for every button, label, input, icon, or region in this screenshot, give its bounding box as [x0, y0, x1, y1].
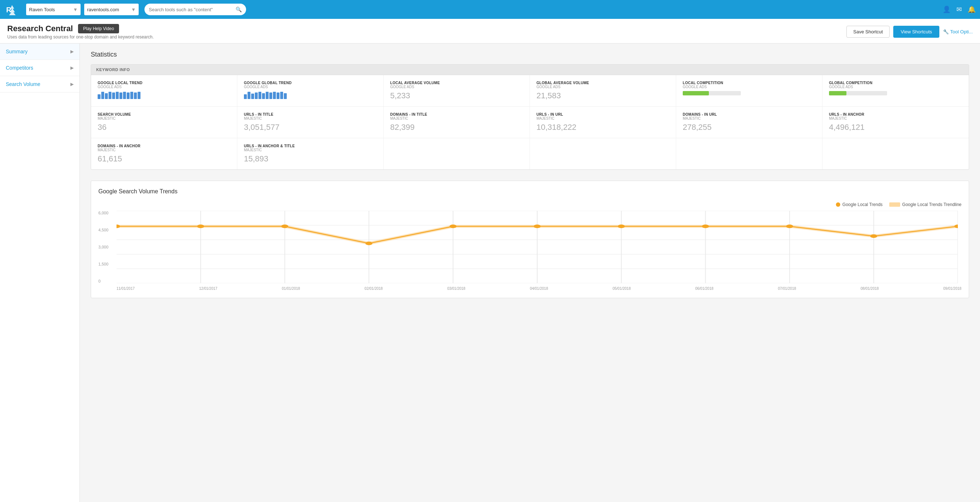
- sidebar-item-competitors[interactable]: Competitors ▶: [0, 60, 80, 76]
- stat-value: 3,051,577: [244, 122, 377, 132]
- data-point: [702, 224, 709, 228]
- trend-bar: [130, 92, 133, 99]
- trend-bar: [269, 92, 272, 99]
- trend-bar: [262, 93, 265, 99]
- nav-icons-group: 👤 ✉ 🔔: [943, 5, 976, 13]
- stat-label: LOCAL AVERAGE VOLUME: [390, 81, 523, 85]
- sidebar-item-search-volume[interactable]: Search Volume ▶: [0, 76, 80, 92]
- stat-source: GOOGLE ADS: [683, 85, 816, 89]
- user-icon[interactable]: 👤: [943, 5, 951, 13]
- trend-bar: [258, 92, 261, 99]
- sidebar-item-summary[interactable]: Summary ▶: [0, 43, 80, 60]
- data-point: [618, 224, 625, 228]
- stat-cell-urls-in-title: URLS - IN TITLE MAJESTIC 3,051,577: [237, 106, 383, 138]
- legend-line-icon: [889, 202, 900, 207]
- view-shortcuts-button[interactable]: View Shortcuts: [893, 26, 939, 38]
- stat-source: GOOGLE ADS: [829, 85, 962, 89]
- x-label: 02/01/2018: [364, 286, 383, 291]
- data-point: [450, 224, 457, 228]
- trend-bar: [248, 92, 250, 99]
- trend-bar: [134, 92, 137, 99]
- tool-selector-dropdown[interactable]: Raven Tools ▼: [26, 4, 81, 15]
- y-label: 4,500: [99, 228, 115, 232]
- x-label: 09/01/2018: [943, 286, 961, 291]
- keyword-info-header: KEYWORD INFO: [91, 65, 969, 75]
- stats-row-3: DOMAINS - IN ANCHOR MAJESTIC 61,615 URLS…: [91, 138, 969, 169]
- x-label: 05/01/2018: [612, 286, 631, 291]
- stats-row-2: SEARCH VOLUME MAJESTIC 36 URLS - IN TITL…: [91, 106, 969, 138]
- sidebar-item-label: Summary: [6, 49, 28, 54]
- top-navigation: R Raven Tools ▼ raventools.com ▼ 🔍 👤 ✉ 🔔: [0, 0, 980, 19]
- stat-source: MAJESTIC: [683, 116, 816, 121]
- sidebar-item-label: Competitors: [6, 65, 33, 71]
- stat-cell-empty-3: [676, 138, 822, 169]
- global-search-box[interactable]: 🔍: [145, 4, 246, 15]
- trend-bar: [280, 92, 283, 99]
- sidebar: Summary ▶ Competitors ▶ Search Volume ▶: [0, 43, 80, 502]
- page-title-row: Research Central Play Help Video: [7, 24, 846, 33]
- x-label: 06/01/2018: [695, 286, 713, 291]
- stat-cell-domains-in-url: DOMAINS - IN URL MAJESTIC 278,255: [676, 106, 822, 138]
- trend-bars-global: [244, 91, 377, 99]
- trend-bar: [277, 92, 280, 99]
- envelope-icon[interactable]: ✉: [956, 5, 962, 13]
- domain-dropdown-label: raventools.com: [87, 7, 119, 12]
- tool-options-link[interactable]: 🔧 Tool Opti...: [943, 29, 973, 35]
- competition-bar-fill: [829, 91, 846, 95]
- stat-value: 10,318,222: [536, 122, 669, 132]
- trend-bar: [251, 94, 254, 99]
- stat-cell-global-competition: GLOBAL COMPETITION GOOGLE ADS: [822, 75, 969, 106]
- trend-bar: [266, 92, 269, 99]
- stat-cell-urls-in-anchor-title: URLS - IN ANCHOR & TITLE MAJESTIC 15,893: [237, 138, 383, 169]
- stat-label: GLOBAL AVERAGE VOLUME: [536, 81, 669, 85]
- x-label: 03/01/2018: [447, 286, 465, 291]
- chevron-right-icon: ▶: [70, 82, 74, 87]
- trend-bar: [112, 92, 115, 99]
- header-right: Save Shortcut View Shortcuts 🔧 Tool Opti…: [846, 26, 973, 38]
- legend-dot-icon: [836, 202, 840, 207]
- chart-section: Google Search Volume Trends Google Local…: [91, 181, 969, 298]
- stat-source: MAJESTIC: [829, 116, 962, 121]
- x-label: 08/01/2018: [861, 286, 879, 291]
- save-shortcut-button[interactable]: Save Shortcut: [846, 26, 890, 38]
- stat-cell-google-local-trend: GOOGLE LOCAL TREND GOOGLE ADS: [91, 75, 237, 106]
- trend-bar: [244, 94, 247, 99]
- domain-selector-dropdown[interactable]: raventools.com ▼: [84, 4, 138, 15]
- stat-source: MAJESTIC: [536, 116, 669, 121]
- x-label: 11/01/2017: [116, 286, 135, 291]
- global-search-input[interactable]: [149, 7, 233, 12]
- stat-cell-local-competition: LOCAL COMPETITION GOOGLE ADS: [676, 75, 822, 106]
- stat-cell-domains-in-anchor: DOMAINS - IN ANCHOR MAJESTIC 61,615: [91, 138, 237, 169]
- raven-logo[interactable]: R: [4, 3, 20, 16]
- stat-value: 36: [98, 122, 231, 132]
- stat-label: GLOBAL COMPETITION: [829, 81, 962, 85]
- data-point: [533, 224, 541, 228]
- data-point: [197, 224, 204, 228]
- stat-cell-global-avg-volume: GLOBAL AVERAGE VOLUME GOOGLE ADS 21,583: [530, 75, 676, 106]
- stat-label: URLS - IN TITLE: [244, 113, 377, 116]
- header-left: Research Central Play Help Video Uses da…: [7, 24, 846, 40]
- y-label: 3,000: [99, 245, 115, 249]
- stat-label: GOOGLE GLOBAL TREND: [244, 81, 377, 85]
- x-label: 04/01/2018: [530, 286, 548, 291]
- stat-label: DOMAINS - IN URL: [683, 113, 816, 116]
- stat-value: 15,893: [244, 154, 377, 164]
- y-label: 6,000: [99, 211, 115, 215]
- x-label: 12/01/2017: [199, 286, 217, 291]
- play-help-button[interactable]: Play Help Video: [78, 24, 119, 33]
- search-icon: 🔍: [235, 6, 242, 12]
- y-axis-labels: 6,000 4,500 3,000 1,500 0: [99, 211, 115, 291]
- legend-item-local: Google Local Trends: [836, 202, 883, 207]
- competition-bar-fill: [683, 91, 709, 95]
- trend-bar: [123, 92, 126, 99]
- x-label: 01/01/2018: [282, 286, 300, 291]
- competition-bar-container: [829, 91, 887, 95]
- data-point: [870, 234, 877, 238]
- trend-bar: [284, 93, 287, 99]
- legend-item-trendline: Google Local Trends Trendline: [889, 202, 961, 207]
- stat-cell-empty-4: [822, 138, 969, 169]
- bell-icon[interactable]: 🔔: [968, 5, 976, 13]
- stat-value: 4,496,121: [829, 122, 962, 132]
- stat-label: LOCAL COMPETITION: [683, 81, 816, 85]
- stat-label: GOOGLE LOCAL TREND: [98, 81, 231, 85]
